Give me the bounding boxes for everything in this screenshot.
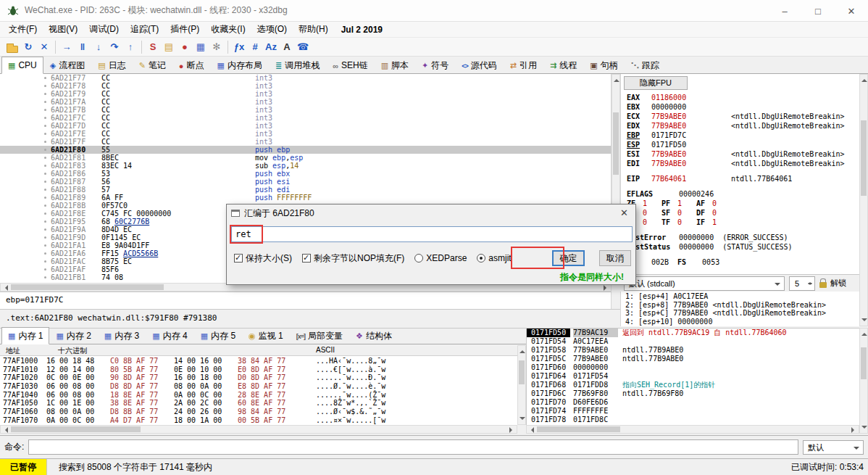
restart-icon[interactable]: ↻ — [20, 39, 36, 55]
scroll-arrow-icon[interactable] — [861, 426, 867, 431]
scroll-arrow-icon[interactable] — [509, 427, 515, 433]
dump-row[interactable]: 77AF10501C 00 1E 0038 8E AF 772A 00 2C 0… — [0, 399, 517, 408]
scroll-arrow-icon[interactable] — [528, 427, 534, 433]
disasm-row[interactable]: 6AD21F7FCCint3 — [0, 138, 611, 146]
stack-row[interactable]: 0171FD70D60FE6D6 — [527, 398, 859, 407]
tab-dump-5[interactable]: ▦内存 5 — [194, 328, 242, 344]
scroll-arrow-icon[interactable] — [861, 330, 867, 336]
argument-row[interactable]: 4: [esp+10] 00000000 — [625, 318, 859, 326]
assemble-input[interactable] — [231, 226, 633, 242]
register-row[interactable]: ZF1PF1AF0 — [627, 199, 858, 208]
scroll-thumb[interactable] — [861, 347, 867, 379]
memory-map-icon[interactable]: ▦ — [193, 39, 209, 55]
tab-watch-1[interactable]: ◉监视 1 — [242, 328, 290, 344]
dialog-close-icon[interactable]: ✕ — [620, 207, 628, 218]
settings-icon[interactable]: ✻ — [209, 39, 225, 55]
dump-row[interactable]: 77AF100016 00 18 48C0 8B AF 7714 00 16 0… — [0, 357, 517, 365]
register-row[interactable]: LastStatus00000000(STATUS_SUCCESS) — [627, 242, 858, 252]
disasm-row[interactable]: 6AD21F79CCint3 — [0, 90, 611, 98]
tab-graph[interactable]: ◈流程图 — [43, 57, 91, 73]
scroll-arrow-icon[interactable] — [2, 427, 8, 433]
disasm-row[interactable]: 6AD21F7DCCint3 — [0, 122, 611, 130]
tab-references[interactable]: ⇄引用 — [504, 57, 543, 73]
scroll-thumb[interactable] — [11, 426, 141, 432]
scroll-arrow-icon[interactable] — [861, 318, 867, 324]
disasm-row[interactable]: 6AD21F7ACCint3 — [0, 98, 611, 106]
disasm-row[interactable]: 6AD21F7ECCint3 — [0, 130, 611, 138]
maximize-button[interactable]: □ — [801, 0, 835, 22]
menu-item[interactable]: 收藏夹(I) — [205, 22, 251, 37]
register-row[interactable]: ECX77B9ABE0<ntdll.DbgUiRemoteBreakin> — [627, 112, 858, 121]
az-icon[interactable]: Az — [263, 39, 279, 55]
registers-vscrollbar[interactable] — [859, 74, 868, 326]
stack-row[interactable]: 0171FD74FFFFFFFE — [527, 407, 859, 416]
scroll-thumb[interactable] — [613, 112, 619, 175]
asmjit-radio[interactable] — [477, 254, 485, 263]
minimize-button[interactable]: – — [768, 0, 801, 22]
tab-trace[interactable]: ⋱跟踪 — [625, 57, 666, 73]
dump-row[interactable]: 77AF106008 00 0A 00D8 8B AF 7724 00 26 0… — [0, 408, 517, 416]
tab-source[interactable]: <>源代码 — [455, 57, 504, 73]
tab-memory-map[interactable]: ▦内存布局 — [211, 57, 269, 73]
menu-item[interactable]: 选项(O) — [251, 22, 293, 37]
dump-row[interactable]: 77AF10200C 00 0E 0090 8D AF 7716 00 18 0… — [0, 373, 517, 382]
tab-dump-1[interactable]: ▦内存 1 — [1, 327, 49, 344]
tab-log[interactable]: ▤日志 — [91, 57, 132, 73]
register-row[interactable]: EBX00000000 — [627, 102, 858, 112]
register-row[interactable]: GS002BFS0053 — [627, 257, 858, 267]
dump-row[interactable]: 77AF104006 00 08 0018 8E AF 770A 00 0C 0… — [0, 391, 517, 400]
arg-count-spinner[interactable]: 5 — [789, 276, 815, 291]
disasm-row[interactable]: 6AD21F8653push ebx — [0, 170, 611, 178]
disasm-row[interactable]: 6AD21F8857push edi — [0, 186, 611, 194]
tab-dump-4[interactable]: ▦内存 4 — [146, 328, 193, 344]
tab-call-stack[interactable]: ≣调用堆栈 — [269, 57, 326, 73]
argument-row[interactable]: 2: [esp+8] 77B9ABE0 <ntdll.DbgUiRemoteBr… — [625, 301, 859, 310]
step-over-icon[interactable]: ↷ — [107, 39, 122, 55]
scroll-arrow-icon[interactable] — [519, 417, 525, 423]
stack-row[interactable]: 0171FD6000000000 — [527, 363, 859, 372]
tab-script[interactable]: ▥脚本 — [375, 57, 415, 73]
dump-row[interactable]: 77AF101012 00 14 0080 5B AF 770E 00 10 0… — [0, 365, 517, 374]
stack-row[interactable]: 0171FD54A0C17EEA — [527, 337, 859, 346]
scroll-thumb[interactable] — [519, 360, 525, 384]
hide-fpu-button[interactable]: 隐藏FPU — [624, 76, 688, 90]
step-into-icon[interactable]: ↓ — [91, 39, 107, 55]
stack-row[interactable]: 0171FD780171FD8C — [527, 416, 859, 424]
tab-notes[interactable]: ✎笔记 — [133, 57, 172, 73]
register-row[interactable]: OF0SF0DF0 — [627, 208, 858, 218]
dump-pane[interactable]: 地址 十六进制 ASCII 77AF100016 00 18 48C0 8B A… — [0, 345, 517, 434]
scroll-arrow-icon[interactable] — [2, 285, 8, 291]
menu-item[interactable]: 帮助(H) — [293, 22, 334, 37]
open-file-icon[interactable] — [7, 46, 18, 53]
nop-fill-checkbox[interactable] — [302, 254, 311, 263]
tab-dump-3[interactable]: ▦内存 3 — [98, 328, 146, 344]
disasm-row[interactable]: 6AD21F77CCint3 — [0, 74, 611, 82]
scroll-arrow-icon[interactable] — [851, 427, 857, 433]
dump-hscrollbar[interactable] — [0, 425, 517, 434]
disasm-row[interactable]: 6AD21F896A FFpush FFFFFFFF — [0, 194, 611, 202]
stack-row[interactable]: 0171FD5077B9AC19返回到 ntdll.77B9AC19 自 ntd… — [527, 329, 859, 337]
register-row[interactable]: LastError00000000(ERROR_SUCCESS) — [627, 233, 858, 242]
menu-item[interactable]: 文件(F) — [3, 22, 43, 37]
dump-row[interactable]: 77AF10700A 00 0C 00A4 D7 AF 7718 00 1A 0… — [0, 416, 517, 425]
argument-row[interactable]: 3: [esp+C] 77B9ABE0 <ntdll.DbgUiRemoteBr… — [625, 309, 859, 318]
assemble-icon[interactable]: A — [279, 39, 295, 55]
stack-row[interactable]: 0171FD5877B9ABE0ntdll.77B9ABE0 — [527, 346, 859, 355]
stack-row[interactable]: 0171FD640171FD54 — [527, 372, 859, 381]
calling-convention-select[interactable]: 默认 (stdcall) — [624, 276, 785, 291]
xedparse-radio[interactable] — [414, 254, 423, 263]
pause-icon[interactable]: ‖ — [75, 39, 91, 55]
disasm-row[interactable]: 6AD21F8756push esi — [0, 178, 611, 186]
stack-pane[interactable]: 0171FD5077B9AC19返回到 ntdll.77B9AC19 自 ntd… — [526, 328, 859, 434]
disasm-row[interactable]: 6AD21F78CCint3 — [0, 82, 611, 90]
stack-row[interactable]: 0171FD5C77B9ABE0ntdll.77B9ABE0 — [527, 355, 859, 363]
run-icon[interactable]: → — [59, 39, 75, 55]
tab-dump-2[interactable]: ▦内存 2 — [49, 328, 97, 344]
tab-symbols[interactable]: ✦符号 — [415, 57, 455, 73]
tab-struct[interactable]: ❖结构体 — [349, 328, 398, 344]
disasm-row[interactable]: 6AD21F7CCCint3 — [0, 114, 611, 122]
arguments-panel[interactable]: 1: [esp+4] A0C17EEA2: [esp+8] 77B9ABE0 <… — [620, 292, 859, 326]
menu-item[interactable]: 视图(V) — [43, 22, 83, 37]
scroll-thumb[interactable] — [537, 426, 620, 432]
stack-row[interactable]: 0171FD680171FDD8指向SEH_Record[1]的指针 — [527, 381, 859, 389]
